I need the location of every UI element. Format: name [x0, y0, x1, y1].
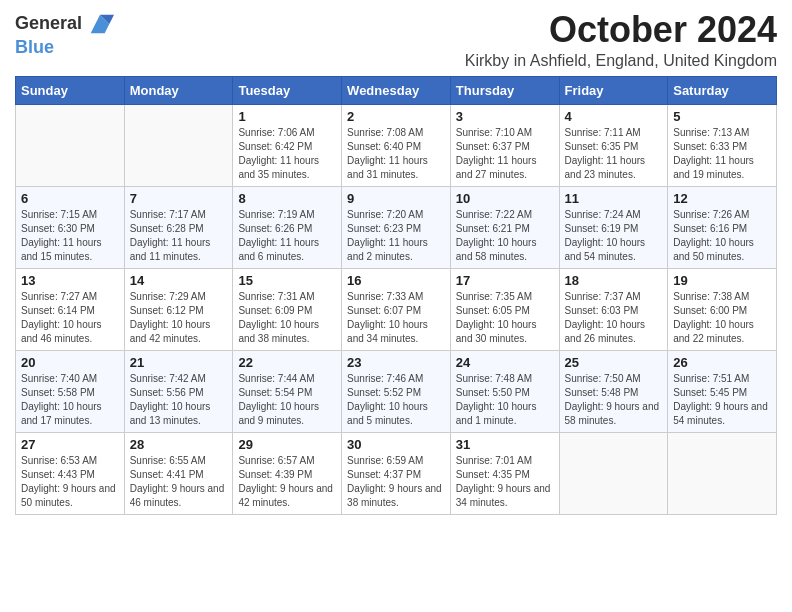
day-number: 9 — [347, 191, 445, 206]
day-info: Sunrise: 7:50 AM Sunset: 5:48 PM Dayligh… — [565, 372, 663, 428]
day-info: Sunrise: 6:53 AM Sunset: 4:43 PM Dayligh… — [21, 454, 119, 510]
day-info: Sunrise: 6:57 AM Sunset: 4:39 PM Dayligh… — [238, 454, 336, 510]
title-block: October 2024 Kirkby in Ashfield, England… — [465, 10, 777, 70]
header: General Blue October 2024 Kirkby in Ashf… — [15, 10, 777, 70]
calendar-cell — [16, 104, 125, 186]
calendar-cell: 30Sunrise: 6:59 AM Sunset: 4:37 PM Dayli… — [342, 432, 451, 514]
day-number: 18 — [565, 273, 663, 288]
calendar-cell: 17Sunrise: 7:35 AM Sunset: 6:05 PM Dayli… — [450, 268, 559, 350]
logo-icon — [86, 10, 114, 38]
day-info: Sunrise: 7:26 AM Sunset: 6:16 PM Dayligh… — [673, 208, 771, 264]
day-info: Sunrise: 7:17 AM Sunset: 6:28 PM Dayligh… — [130, 208, 228, 264]
calendar-cell: 8Sunrise: 7:19 AM Sunset: 6:26 PM Daylig… — [233, 186, 342, 268]
day-info: Sunrise: 7:29 AM Sunset: 6:12 PM Dayligh… — [130, 290, 228, 346]
day-number: 17 — [456, 273, 554, 288]
calendar-cell: 16Sunrise: 7:33 AM Sunset: 6:07 PM Dayli… — [342, 268, 451, 350]
calendar-cell: 7Sunrise: 7:17 AM Sunset: 6:28 PM Daylig… — [124, 186, 233, 268]
day-number: 3 — [456, 109, 554, 124]
col-header-sunday: Sunday — [16, 76, 125, 104]
day-number: 1 — [238, 109, 336, 124]
day-info: Sunrise: 7:19 AM Sunset: 6:26 PM Dayligh… — [238, 208, 336, 264]
day-info: Sunrise: 7:06 AM Sunset: 6:42 PM Dayligh… — [238, 126, 336, 182]
calendar-cell: 15Sunrise: 7:31 AM Sunset: 6:09 PM Dayli… — [233, 268, 342, 350]
day-number: 2 — [347, 109, 445, 124]
day-number: 30 — [347, 437, 445, 452]
calendar-week-4: 27Sunrise: 6:53 AM Sunset: 4:43 PM Dayli… — [16, 432, 777, 514]
day-info: Sunrise: 7:24 AM Sunset: 6:19 PM Dayligh… — [565, 208, 663, 264]
day-info: Sunrise: 7:44 AM Sunset: 5:54 PM Dayligh… — [238, 372, 336, 428]
day-number: 24 — [456, 355, 554, 370]
calendar-cell: 21Sunrise: 7:42 AM Sunset: 5:56 PM Dayli… — [124, 350, 233, 432]
logo: General Blue — [15, 10, 114, 58]
day-number: 28 — [130, 437, 228, 452]
calendar-cell: 11Sunrise: 7:24 AM Sunset: 6:19 PM Dayli… — [559, 186, 668, 268]
calendar-week-0: 1Sunrise: 7:06 AM Sunset: 6:42 PM Daylig… — [16, 104, 777, 186]
day-info: Sunrise: 7:20 AM Sunset: 6:23 PM Dayligh… — [347, 208, 445, 264]
calendar-cell: 26Sunrise: 7:51 AM Sunset: 5:45 PM Dayli… — [668, 350, 777, 432]
logo-text: General — [15, 14, 82, 34]
calendar-cell: 1Sunrise: 7:06 AM Sunset: 6:42 PM Daylig… — [233, 104, 342, 186]
logo-blue: Blue — [15, 38, 114, 58]
col-header-wednesday: Wednesday — [342, 76, 451, 104]
calendar-cell: 24Sunrise: 7:48 AM Sunset: 5:50 PM Dayli… — [450, 350, 559, 432]
calendar-cell — [668, 432, 777, 514]
day-info: Sunrise: 7:37 AM Sunset: 6:03 PM Dayligh… — [565, 290, 663, 346]
day-number: 8 — [238, 191, 336, 206]
calendar-cell: 14Sunrise: 7:29 AM Sunset: 6:12 PM Dayli… — [124, 268, 233, 350]
day-info: Sunrise: 7:48 AM Sunset: 5:50 PM Dayligh… — [456, 372, 554, 428]
col-header-thursday: Thursday — [450, 76, 559, 104]
col-header-tuesday: Tuesday — [233, 76, 342, 104]
day-info: Sunrise: 7:01 AM Sunset: 4:35 PM Dayligh… — [456, 454, 554, 510]
day-number: 19 — [673, 273, 771, 288]
calendar-cell: 20Sunrise: 7:40 AM Sunset: 5:58 PM Dayli… — [16, 350, 125, 432]
day-info: Sunrise: 7:27 AM Sunset: 6:14 PM Dayligh… — [21, 290, 119, 346]
col-header-saturday: Saturday — [668, 76, 777, 104]
day-number: 4 — [565, 109, 663, 124]
day-number: 7 — [130, 191, 228, 206]
calendar-cell — [559, 432, 668, 514]
calendar-cell: 22Sunrise: 7:44 AM Sunset: 5:54 PM Dayli… — [233, 350, 342, 432]
day-info: Sunrise: 6:59 AM Sunset: 4:37 PM Dayligh… — [347, 454, 445, 510]
day-number: 10 — [456, 191, 554, 206]
day-info: Sunrise: 7:15 AM Sunset: 6:30 PM Dayligh… — [21, 208, 119, 264]
day-number: 16 — [347, 273, 445, 288]
day-info: Sunrise: 7:31 AM Sunset: 6:09 PM Dayligh… — [238, 290, 336, 346]
day-number: 12 — [673, 191, 771, 206]
month-title: October 2024 — [465, 10, 777, 50]
calendar-cell: 28Sunrise: 6:55 AM Sunset: 4:41 PM Dayli… — [124, 432, 233, 514]
day-info: Sunrise: 7:51 AM Sunset: 5:45 PM Dayligh… — [673, 372, 771, 428]
day-info: Sunrise: 7:13 AM Sunset: 6:33 PM Dayligh… — [673, 126, 771, 182]
calendar-cell: 29Sunrise: 6:57 AM Sunset: 4:39 PM Dayli… — [233, 432, 342, 514]
page: General Blue October 2024 Kirkby in Ashf… — [0, 0, 792, 530]
day-number: 27 — [21, 437, 119, 452]
calendar-cell: 19Sunrise: 7:38 AM Sunset: 6:00 PM Dayli… — [668, 268, 777, 350]
day-info: Sunrise: 7:08 AM Sunset: 6:40 PM Dayligh… — [347, 126, 445, 182]
day-number: 14 — [130, 273, 228, 288]
day-number: 29 — [238, 437, 336, 452]
calendar-cell: 10Sunrise: 7:22 AM Sunset: 6:21 PM Dayli… — [450, 186, 559, 268]
calendar-cell: 18Sunrise: 7:37 AM Sunset: 6:03 PM Dayli… — [559, 268, 668, 350]
day-number: 22 — [238, 355, 336, 370]
day-number: 25 — [565, 355, 663, 370]
calendar-cell: 6Sunrise: 7:15 AM Sunset: 6:30 PM Daylig… — [16, 186, 125, 268]
day-number: 15 — [238, 273, 336, 288]
calendar-cell: 25Sunrise: 7:50 AM Sunset: 5:48 PM Dayli… — [559, 350, 668, 432]
subtitle: Kirkby in Ashfield, England, United King… — [465, 52, 777, 70]
day-info: Sunrise: 7:35 AM Sunset: 6:05 PM Dayligh… — [456, 290, 554, 346]
day-info: Sunrise: 7:42 AM Sunset: 5:56 PM Dayligh… — [130, 372, 228, 428]
calendar-cell — [124, 104, 233, 186]
day-number: 11 — [565, 191, 663, 206]
day-number: 13 — [21, 273, 119, 288]
calendar-cell: 12Sunrise: 7:26 AM Sunset: 6:16 PM Dayli… — [668, 186, 777, 268]
day-number: 31 — [456, 437, 554, 452]
day-info: Sunrise: 7:11 AM Sunset: 6:35 PM Dayligh… — [565, 126, 663, 182]
day-number: 5 — [673, 109, 771, 124]
calendar-cell: 13Sunrise: 7:27 AM Sunset: 6:14 PM Dayli… — [16, 268, 125, 350]
calendar-cell: 23Sunrise: 7:46 AM Sunset: 5:52 PM Dayli… — [342, 350, 451, 432]
day-info: Sunrise: 7:10 AM Sunset: 6:37 PM Dayligh… — [456, 126, 554, 182]
calendar-cell: 27Sunrise: 6:53 AM Sunset: 4:43 PM Dayli… — [16, 432, 125, 514]
calendar-cell: 31Sunrise: 7:01 AM Sunset: 4:35 PM Dayli… — [450, 432, 559, 514]
day-info: Sunrise: 7:38 AM Sunset: 6:00 PM Dayligh… — [673, 290, 771, 346]
calendar-cell: 2Sunrise: 7:08 AM Sunset: 6:40 PM Daylig… — [342, 104, 451, 186]
calendar-cell: 9Sunrise: 7:20 AM Sunset: 6:23 PM Daylig… — [342, 186, 451, 268]
